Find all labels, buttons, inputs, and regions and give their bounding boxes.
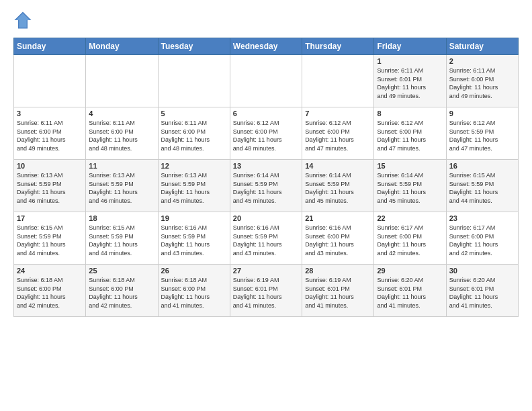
day-number: 15	[377, 162, 443, 170]
day-number: 29	[377, 267, 443, 275]
day-info: Sunrise: 6:12 AM Sunset: 5:59 PM Dayligh…	[449, 119, 515, 152]
day-cell: 5Sunrise: 6:11 AM Sunset: 6:00 PM Daylig…	[158, 107, 230, 160]
day-info: Sunrise: 6:12 AM Sunset: 6:00 PM Dayligh…	[305, 119, 371, 152]
day-cell: 1Sunrise: 6:11 AM Sunset: 6:01 PM Daylig…	[374, 55, 446, 107]
day-cell: 16Sunrise: 6:15 AM Sunset: 5:59 PM Dayli…	[446, 160, 518, 212]
day-cell: 19Sunrise: 6:16 AM Sunset: 5:59 PM Dayli…	[158, 212, 230, 265]
day-number: 20	[233, 214, 299, 222]
day-cell: 24Sunrise: 6:18 AM Sunset: 6:00 PM Dayli…	[14, 265, 86, 317]
header-cell-monday: Monday	[86, 38, 158, 55]
day-info: Sunrise: 6:11 AM Sunset: 6:00 PM Dayligh…	[161, 119, 227, 152]
day-number: 25	[89, 267, 154, 275]
calendar-body: 1Sunrise: 6:11 AM Sunset: 6:01 PM Daylig…	[14, 55, 519, 317]
day-cell: 4Sunrise: 6:11 AM Sunset: 6:00 PM Daylig…	[86, 107, 158, 160]
day-cell	[86, 55, 158, 107]
day-cell: 10Sunrise: 6:13 AM Sunset: 5:59 PM Dayli…	[14, 160, 86, 212]
day-cell	[230, 55, 302, 107]
day-cell: 6Sunrise: 6:12 AM Sunset: 6:00 PM Daylig…	[230, 107, 302, 160]
day-number: 2	[449, 57, 515, 65]
day-cell: 17Sunrise: 6:15 AM Sunset: 5:59 PM Dayli…	[14, 212, 86, 265]
svg-marker-1	[16, 13, 30, 28]
day-number: 14	[305, 162, 371, 170]
day-cell: 15Sunrise: 6:14 AM Sunset: 5:59 PM Dayli…	[374, 160, 446, 212]
day-number: 4	[89, 109, 154, 118]
day-info: Sunrise: 6:16 AM Sunset: 6:00 PM Dayligh…	[305, 224, 371, 257]
logo	[13, 11, 35, 30]
day-info: Sunrise: 6:11 AM Sunset: 6:00 PM Dayligh…	[89, 119, 154, 152]
day-info: Sunrise: 6:13 AM Sunset: 5:59 PM Dayligh…	[161, 171, 227, 205]
day-number: 24	[17, 267, 83, 275]
day-cell: 14Sunrise: 6:14 AM Sunset: 5:59 PM Dayli…	[302, 160, 374, 212]
day-cell: 12Sunrise: 6:13 AM Sunset: 5:59 PM Dayli…	[158, 160, 230, 212]
day-info: Sunrise: 6:20 AM Sunset: 6:01 PM Dayligh…	[377, 276, 443, 310]
day-cell: 11Sunrise: 6:13 AM Sunset: 5:59 PM Dayli…	[86, 160, 158, 212]
day-cell: 9Sunrise: 6:12 AM Sunset: 5:59 PM Daylig…	[446, 107, 518, 160]
day-info: Sunrise: 6:11 AM Sunset: 6:00 PM Dayligh…	[17, 119, 83, 152]
day-number: 9	[449, 109, 515, 118]
day-number: 16	[449, 162, 515, 170]
day-info: Sunrise: 6:17 AM Sunset: 6:00 PM Dayligh…	[449, 224, 515, 257]
day-info: Sunrise: 6:18 AM Sunset: 6:00 PM Dayligh…	[161, 276, 227, 310]
day-info: Sunrise: 6:13 AM Sunset: 5:59 PM Dayligh…	[89, 171, 154, 205]
day-number: 10	[17, 162, 83, 170]
day-cell: 26Sunrise: 6:18 AM Sunset: 6:00 PM Dayli…	[158, 265, 230, 317]
day-info: Sunrise: 6:16 AM Sunset: 5:59 PM Dayligh…	[161, 224, 227, 257]
day-number: 8	[377, 109, 443, 118]
day-cell: 30Sunrise: 6:20 AM Sunset: 6:01 PM Dayli…	[446, 265, 518, 317]
day-info: Sunrise: 6:12 AM Sunset: 6:00 PM Dayligh…	[233, 119, 299, 152]
day-number: 11	[89, 162, 154, 170]
day-number: 19	[161, 214, 227, 222]
day-cell: 18Sunrise: 6:15 AM Sunset: 5:59 PM Dayli…	[86, 212, 158, 265]
week-row-4: 17Sunrise: 6:15 AM Sunset: 5:59 PM Dayli…	[14, 212, 519, 265]
day-cell: 21Sunrise: 6:16 AM Sunset: 6:00 PM Dayli…	[302, 212, 374, 265]
header	[13, 11, 519, 30]
day-number: 5	[161, 109, 227, 118]
day-info: Sunrise: 6:18 AM Sunset: 6:00 PM Dayligh…	[17, 276, 83, 310]
day-number: 27	[233, 267, 299, 275]
header-cell-sunday: Sunday	[14, 38, 86, 55]
day-info: Sunrise: 6:14 AM Sunset: 5:59 PM Dayligh…	[305, 171, 371, 205]
day-info: Sunrise: 6:11 AM Sunset: 6:01 PM Dayligh…	[377, 66, 443, 100]
header-row: SundayMondayTuesdayWednesdayThursdayFrid…	[14, 38, 519, 55]
day-cell: 29Sunrise: 6:20 AM Sunset: 6:01 PM Dayli…	[374, 265, 446, 317]
day-number: 3	[17, 109, 83, 118]
day-info: Sunrise: 6:19 AM Sunset: 6:01 PM Dayligh…	[233, 276, 299, 310]
day-cell: 3Sunrise: 6:11 AM Sunset: 6:00 PM Daylig…	[14, 107, 86, 160]
day-info: Sunrise: 6:14 AM Sunset: 5:59 PM Dayligh…	[377, 171, 443, 205]
day-cell: 23Sunrise: 6:17 AM Sunset: 6:00 PM Dayli…	[446, 212, 518, 265]
day-info: Sunrise: 6:20 AM Sunset: 6:01 PM Dayligh…	[449, 276, 515, 310]
calendar-header: SundayMondayTuesdayWednesdayThursdayFrid…	[14, 38, 519, 55]
day-cell: 22Sunrise: 6:17 AM Sunset: 6:00 PM Dayli…	[374, 212, 446, 265]
header-cell-thursday: Thursday	[302, 38, 374, 55]
day-cell: 7Sunrise: 6:12 AM Sunset: 6:00 PM Daylig…	[302, 107, 374, 160]
day-number: 23	[449, 214, 515, 222]
week-row-3: 10Sunrise: 6:13 AM Sunset: 5:59 PM Dayli…	[14, 160, 519, 212]
day-cell	[302, 55, 374, 107]
day-info: Sunrise: 6:15 AM Sunset: 5:59 PM Dayligh…	[17, 224, 83, 257]
logo-icon	[13, 11, 32, 30]
day-info: Sunrise: 6:14 AM Sunset: 5:59 PM Dayligh…	[233, 171, 299, 205]
day-info: Sunrise: 6:18 AM Sunset: 6:00 PM Dayligh…	[89, 276, 154, 310]
day-number: 26	[161, 267, 227, 275]
day-cell	[158, 55, 230, 107]
week-row-2: 3Sunrise: 6:11 AM Sunset: 6:00 PM Daylig…	[14, 107, 519, 160]
week-row-5: 24Sunrise: 6:18 AM Sunset: 6:00 PM Dayli…	[14, 265, 519, 317]
day-info: Sunrise: 6:11 AM Sunset: 6:00 PM Dayligh…	[449, 66, 515, 100]
day-number: 6	[233, 109, 299, 118]
day-cell: 13Sunrise: 6:14 AM Sunset: 5:59 PM Dayli…	[230, 160, 302, 212]
page-container: SundayMondayTuesdayWednesdayThursdayFrid…	[0, 0, 532, 324]
header-cell-friday: Friday	[374, 38, 446, 55]
day-info: Sunrise: 6:16 AM Sunset: 5:59 PM Dayligh…	[233, 224, 299, 257]
day-number: 13	[233, 162, 299, 170]
day-info: Sunrise: 6:13 AM Sunset: 5:59 PM Dayligh…	[17, 171, 83, 205]
day-number: 1	[377, 57, 443, 65]
day-number: 21	[305, 214, 371, 222]
day-cell: 8Sunrise: 6:12 AM Sunset: 6:00 PM Daylig…	[374, 107, 446, 160]
day-info: Sunrise: 6:12 AM Sunset: 6:00 PM Dayligh…	[377, 119, 443, 152]
header-cell-tuesday: Tuesday	[158, 38, 230, 55]
day-cell: 2Sunrise: 6:11 AM Sunset: 6:00 PM Daylig…	[446, 55, 518, 107]
day-number: 22	[377, 214, 443, 222]
day-info: Sunrise: 6:15 AM Sunset: 5:59 PM Dayligh…	[449, 171, 515, 205]
header-cell-saturday: Saturday	[446, 38, 518, 55]
week-row-1: 1Sunrise: 6:11 AM Sunset: 6:01 PM Daylig…	[14, 55, 519, 107]
